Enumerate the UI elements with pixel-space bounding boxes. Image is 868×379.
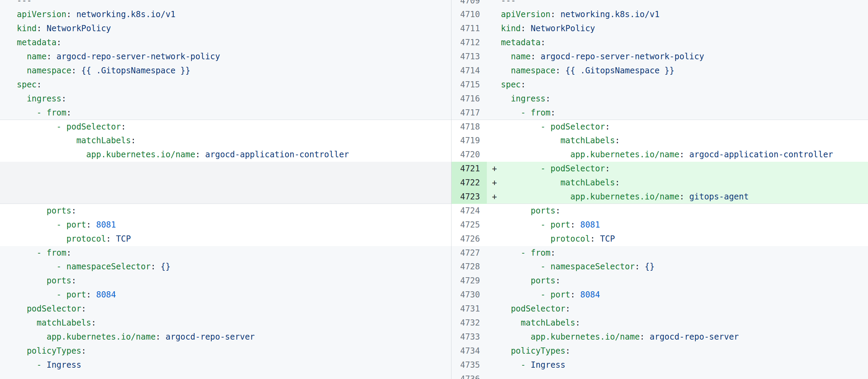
- diff-sign-plus: +: [487, 190, 501, 204]
- code-line-new: spec:: [501, 78, 868, 92]
- code-line-old: ---: [0, 0, 451, 8]
- code-line-new: policyTypes:: [501, 344, 868, 358]
- diff-row-new: 4717 - from:: [451, 106, 868, 120]
- line-number[interactable]: 4712: [451, 36, 487, 50]
- code-line-old: app.kubernetes.io/name: argocd-repo-serv…: [0, 330, 451, 344]
- diff-row-new: 4720 app.kubernetes.io/name: argocd-appl…: [451, 148, 868, 162]
- diff-sign-plus: [487, 22, 501, 36]
- diff-row-new: 4729 ports:: [451, 274, 868, 288]
- line-number[interactable]: 4713: [451, 50, 487, 64]
- code-line-new: - podSelector:: [501, 120, 868, 134]
- diff-row-new: 4715spec:: [451, 78, 868, 92]
- code-line-old: - from:: [0, 106, 451, 120]
- diff-row-old: metadata:: [0, 36, 451, 50]
- diff-row-old: - Ingress: [0, 358, 451, 372]
- diff-row-new: 4716 ingress:: [451, 92, 868, 106]
- diff-row-old: ---: [0, 372, 451, 379]
- code-line-new: ports:: [501, 204, 868, 218]
- code-line-new: - from:: [501, 246, 868, 260]
- diff-sign-plus: [487, 260, 501, 274]
- diff-row-old: policyTypes:: [0, 344, 451, 358]
- diff-sign-plus: [487, 358, 501, 372]
- line-number[interactable]: 4732: [451, 316, 487, 330]
- code-line-new: matchLabels:: [501, 316, 868, 330]
- code-line-old: app.kubernetes.io/name: argocd-applicati…: [0, 148, 451, 162]
- diff-sign-plus: +: [487, 162, 501, 176]
- diff-sign-plus: [487, 330, 501, 344]
- diff-row-new: 4718 - podSelector:: [451, 120, 868, 134]
- code-line-new: protocol: TCP: [501, 232, 868, 246]
- diff-row-new: 4732 matchLabels:: [451, 316, 868, 330]
- diff-row-old: [0, 176, 451, 190]
- line-number[interactable]: 4718: [451, 120, 487, 134]
- diff-row-new: 4711kind: NetworkPolicy: [451, 22, 868, 36]
- line-number[interactable]: 4722: [451, 176, 487, 190]
- line-number[interactable]: 4720: [451, 148, 487, 162]
- diff-sign-plus: [487, 218, 501, 232]
- code-line-old: - port: 8081: [0, 218, 451, 232]
- code-line-old: - Ingress: [0, 358, 451, 372]
- line-number[interactable]: 4710: [451, 8, 487, 22]
- diff-row-new: 4730 - port: 8084: [451, 288, 868, 302]
- line-number[interactable]: 4715: [451, 78, 487, 92]
- code-line-new: kind: NetworkPolicy: [501, 22, 868, 36]
- split-diff-view[interactable]: ---apiVersion: networking.k8s.io/v1kind:…: [0, 0, 868, 379]
- code-line-old: - from:: [0, 246, 451, 260]
- code-line-new: ---: [501, 0, 868, 8]
- line-number[interactable]: 4731: [451, 302, 487, 316]
- diff-sign-plus: [487, 64, 501, 78]
- line-number[interactable]: 4711: [451, 22, 487, 36]
- line-number[interactable]: 4714: [451, 64, 487, 78]
- code-line-new: - podSelector:: [501, 162, 868, 176]
- line-number[interactable]: 4716: [451, 92, 487, 106]
- code-line-new: name: argocd-repo-server-network-policy: [501, 50, 868, 64]
- line-number[interactable]: 4735: [451, 358, 487, 372]
- code-line-new: - port: 8084: [501, 288, 868, 302]
- line-number[interactable]: 4733: [451, 330, 487, 344]
- line-number[interactable]: 4727: [451, 246, 487, 260]
- empty-placeholder-cell: [0, 190, 451, 204]
- code-line-old: ingress:: [0, 92, 451, 106]
- diff-row-new: 4712metadata:: [451, 36, 868, 50]
- diff-sign-plus: [487, 134, 501, 148]
- line-number[interactable]: 4724: [451, 204, 487, 218]
- diff-row-old: matchLabels:: [0, 316, 451, 330]
- line-number[interactable]: 4728: [451, 260, 487, 274]
- diff-sign-plus: [487, 372, 501, 379]
- diff-row-old: matchLabels:: [0, 134, 451, 148]
- code-line-old: matchLabels:: [0, 134, 451, 148]
- diff-row-new: 4724 ports:: [451, 204, 868, 218]
- code-line-new: metadata:: [501, 36, 868, 50]
- line-number[interactable]: 4734: [451, 344, 487, 358]
- line-number[interactable]: 4726: [451, 232, 487, 246]
- line-number[interactable]: 4709: [451, 0, 487, 8]
- line-number[interactable]: 4736: [451, 372, 487, 379]
- code-line-old: protocol: TCP: [0, 232, 451, 246]
- diff-row-old: [0, 190, 451, 204]
- diff-row-old: ports:: [0, 274, 451, 288]
- code-line-old: - podSelector:: [0, 120, 451, 134]
- diff-sign-plus: [487, 78, 501, 92]
- code-line-old: ---: [0, 372, 451, 379]
- code-line-new: podSelector:: [501, 302, 868, 316]
- diff-row-old: - namespaceSelector: {}: [0, 260, 451, 274]
- code-line-new: ---: [501, 372, 868, 379]
- diff-sign-plus: [487, 204, 501, 218]
- diff-sign-plus: [487, 232, 501, 246]
- line-number[interactable]: 4729: [451, 274, 487, 288]
- line-number[interactable]: 4725: [451, 218, 487, 232]
- line-number[interactable]: 4719: [451, 134, 487, 148]
- line-number[interactable]: 4723: [451, 190, 487, 204]
- diff-sign-plus: [487, 8, 501, 22]
- diff-row-old: ports:: [0, 204, 451, 218]
- line-number[interactable]: 4730: [451, 288, 487, 302]
- diff-row-old: app.kubernetes.io/name: argocd-applicati…: [0, 148, 451, 162]
- diff-sign-plus: [487, 344, 501, 358]
- diff-row-old: app.kubernetes.io/name: argocd-repo-serv…: [0, 330, 451, 344]
- code-line-new: apiVersion: networking.k8s.io/v1: [501, 8, 868, 22]
- code-line-old: spec:: [0, 78, 451, 92]
- code-line-new: namespace: {{ .GitopsNamespace }}: [501, 64, 868, 78]
- line-number[interactable]: 4721: [451, 162, 487, 176]
- code-line-new: - port: 8081: [501, 218, 868, 232]
- line-number[interactable]: 4717: [451, 106, 487, 120]
